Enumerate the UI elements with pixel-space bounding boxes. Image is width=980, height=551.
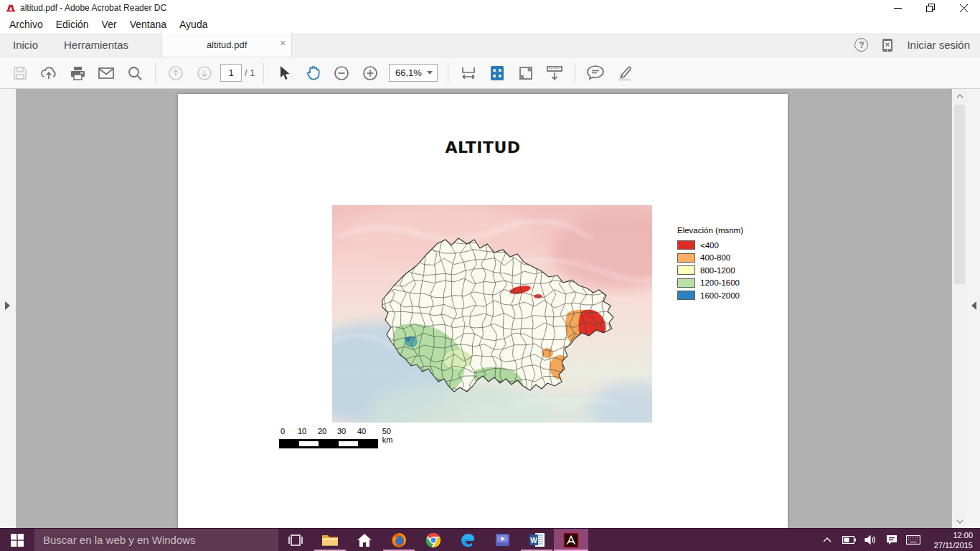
help-icon[interactable]: ?	[854, 38, 868, 52]
tab-bar: Inicio Herramientas altitud.pdf × ? Inic…	[0, 33, 980, 57]
word-icon: W	[529, 532, 545, 547]
restore-button[interactable]	[914, 0, 947, 16]
scale-bar-graphic	[279, 439, 378, 448]
acrobat-app-icon	[6, 3, 16, 13]
document-heading: ALTITUD	[178, 138, 788, 156]
vertical-scrollbar[interactable]	[952, 89, 967, 528]
save-icon[interactable]	[8, 61, 32, 85]
pdf-page: ALTITUD	[178, 94, 788, 528]
fit-page-icon[interactable]	[485, 61, 509, 85]
previous-page-icon[interactable]	[164, 61, 188, 85]
legend-item: 400-800	[677, 252, 785, 265]
taskbar-file-explorer[interactable]	[313, 529, 347, 551]
taskbar-home-app[interactable]	[347, 529, 382, 551]
expand-right-panel-icon[interactable]	[971, 301, 977, 310]
legend-item: 1200-1600	[677, 277, 785, 290]
zoom-level-value: 66,1%	[390, 67, 427, 78]
touch-keyboard-icon[interactable]	[903, 529, 924, 551]
search-input[interactable]	[34, 534, 278, 546]
minimize-button[interactable]	[881, 0, 914, 16]
zoom-out-icon[interactable]	[329, 61, 354, 85]
file-explorer-icon	[321, 533, 339, 547]
volume-icon[interactable]	[859, 529, 881, 551]
zoom-level-dropdown[interactable]: 66,1%	[389, 64, 438, 82]
taskbar-movies-tv[interactable]	[485, 529, 519, 551]
legend-item: <400	[677, 239, 785, 252]
chrome-icon	[425, 532, 441, 548]
elevation-map	[332, 205, 652, 423]
legend-swatch-4	[677, 291, 695, 300]
scale-tick: 0	[281, 427, 285, 435]
action-center-icon[interactable]	[881, 529, 903, 551]
tab-herramientas[interactable]: Herramientas	[51, 33, 141, 57]
clock-time: 12:00	[953, 530, 973, 540]
legend-label: 1600-2000	[700, 291, 740, 300]
legend-label: <400	[700, 241, 719, 250]
scrolling-mode-icon[interactable]	[542, 61, 567, 85]
next-page-icon[interactable]	[192, 61, 217, 85]
share-upload-icon[interactable]	[37, 61, 61, 85]
legend-swatch-3	[677, 278, 695, 288]
tray-chevron-up-icon[interactable]	[816, 529, 838, 551]
map-legend: Elevación (msnm) <400 400-800 800-1200 1…	[677, 226, 785, 302]
scroll-down-icon[interactable]	[952, 514, 967, 528]
search-icon[interactable]	[123, 61, 147, 85]
close-button[interactable]	[947, 0, 980, 16]
taskbar-search-box[interactable]	[34, 529, 278, 551]
menu-ayuda[interactable]: Ayuda	[173, 17, 214, 32]
scroll-up-icon[interactable]	[952, 89, 967, 103]
tab-document[interactable]: altitud.pdf ×	[161, 33, 292, 57]
comment-icon[interactable]	[583, 61, 608, 85]
menu-archivo[interactable]: Archivo	[3, 17, 50, 32]
taskbar-chrome[interactable]	[416, 529, 451, 551]
taskbar-word[interactable]: W	[519, 529, 554, 551]
clock-date: 27/11/2015	[934, 540, 973, 550]
page-number-input[interactable]	[220, 64, 242, 82]
sign-in-button[interactable]: Iniciar sesión	[907, 39, 970, 51]
legend-swatch-1	[677, 253, 695, 263]
print-icon[interactable]	[65, 61, 90, 85]
taskbar-acrobat-active[interactable]	[554, 529, 588, 551]
scale-bar-ticks: 0 10 20 30 40 50 km	[279, 427, 394, 437]
legend-item: 800-1200	[677, 264, 785, 277]
left-panel-strip	[0, 89, 16, 528]
email-icon[interactable]	[94, 61, 118, 85]
expand-left-panel-icon[interactable]	[4, 301, 11, 310]
firefox-icon	[391, 532, 407, 548]
scrollbar-thumb[interactable]	[954, 105, 965, 284]
mobile-device-icon[interactable]	[881, 38, 894, 52]
legend-title: Elevación (msnm)	[677, 226, 785, 235]
start-button[interactable]	[0, 529, 34, 551]
zoom-in-icon[interactable]	[358, 61, 382, 85]
highlighter-icon[interactable]	[612, 61, 636, 85]
tab-inicio[interactable]: Inicio	[0, 33, 51, 57]
scale-tick: 20	[318, 427, 326, 435]
right-panel-strip	[967, 89, 980, 528]
menu-ventana[interactable]: Ventana	[123, 17, 173, 32]
fit-width-icon[interactable]	[456, 61, 481, 85]
task-view-button[interactable]	[278, 529, 313, 551]
legend-label: 1200-1600	[700, 278, 740, 287]
hand-tool-icon[interactable]	[301, 61, 325, 85]
scale-tick: 10	[298, 427, 306, 435]
legend-swatch-0	[677, 240, 695, 250]
scale-tick: 40	[357, 427, 366, 435]
menu-ver[interactable]: Ver	[95, 17, 123, 32]
legend-label: 400-800	[700, 253, 730, 262]
legend-item: 1600-2000	[677, 289, 785, 302]
taskbar-firefox[interactable]	[382, 529, 416, 551]
edge-icon	[460, 532, 476, 548]
system-tray: 12:00 27/11/2015	[816, 529, 980, 551]
taskbar-clock[interactable]: 12:00 27/11/2015	[924, 529, 980, 551]
taskbar-edge[interactable]	[451, 529, 485, 551]
taskbar: W	[0, 528, 980, 551]
menu-bar: Archivo Edición Ver Ventana Ayuda	[0, 16, 980, 33]
battery-icon[interactable]	[838, 529, 859, 551]
actual-size-icon[interactable]	[514, 61, 538, 85]
window-title: altitud.pdf - Adobe Acrobat Reader DC	[20, 3, 166, 13]
select-tool-icon[interactable]	[272, 61, 296, 85]
menu-edicion[interactable]: Edición	[50, 17, 95, 32]
scale-tick: 50 km	[382, 427, 393, 444]
tab-close-icon[interactable]: ×	[280, 38, 286, 48]
movies-tv-icon	[495, 532, 510, 547]
